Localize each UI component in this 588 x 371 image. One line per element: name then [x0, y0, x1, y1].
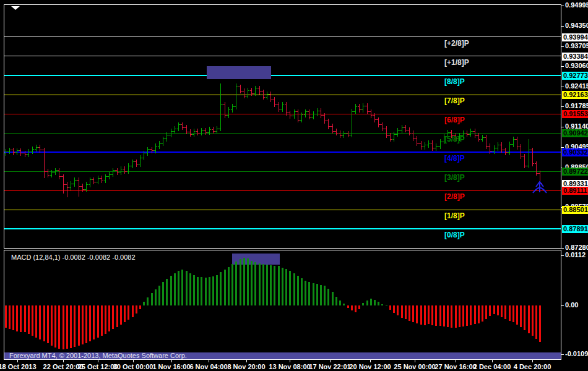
macd-bar: [313, 283, 314, 305]
macd-bar: [220, 272, 222, 305]
macd-bar: [439, 305, 441, 326]
time-tick-mark: [330, 360, 331, 362]
ohlc-bar: [89, 177, 92, 187]
price-tick-mark: [561, 26, 564, 27]
macd-bar: [327, 289, 329, 305]
macd-bar: [155, 289, 157, 305]
ohlc-bar: [388, 133, 392, 142]
macd-bar: [485, 305, 487, 319]
ohlc-bar: [465, 130, 469, 137]
main-chart-pane[interactable]: [+2/8]P[+1/8]P[8/8]P[7/8]P[6/8]P[5/8]P[4…: [4, 4, 561, 249]
ohlc-bar: [231, 104, 235, 112]
macd-bar: [405, 305, 407, 319]
ohlc-bar: [358, 104, 361, 112]
macd-bar: [143, 302, 145, 305]
ohlc-bar: [65, 182, 69, 197]
ohlc-bar: [407, 127, 411, 135]
ohlc-bar: [181, 122, 184, 130]
macd-bar: [139, 305, 141, 309]
ohlc-bar: [419, 141, 423, 149]
macd-bar: [39, 305, 41, 339]
macd-bar: [147, 297, 149, 305]
time-tick-mark: [492, 360, 493, 362]
ohlc-bar: [235, 83, 238, 109]
macd-bar: [351, 305, 353, 310]
macd-bar: [478, 305, 480, 323]
ohlc-bar: [404, 125, 407, 132]
price-badge: 0.92773: [562, 72, 588, 80]
ohlc-bar: [477, 133, 480, 142]
macd-bar: [47, 305, 49, 343]
macd-bar: [16, 305, 18, 331]
macd-bar: [43, 305, 45, 341]
ohlc-bar: [311, 111, 315, 119]
ohlc-bar: [377, 117, 381, 127]
time-tick-mark: [63, 360, 64, 362]
macd-bar: [528, 305, 530, 333]
macd-bar: [266, 265, 268, 305]
ohlc-bar: [273, 97, 277, 107]
macd-bar: [105, 305, 106, 334]
macd-bar: [51, 305, 53, 346]
macd-indicator-pane[interactable]: MACD (12,84,1) -0.0082 -0.0082 -0.0082 F…: [4, 250, 561, 360]
price-tick-label: 0.92415: [565, 82, 588, 90]
macd-bar: [136, 305, 137, 313]
ohlc-bar: [162, 137, 165, 147]
macd-bar: [282, 268, 283, 305]
macd-bar: [178, 271, 179, 305]
macd-bar: [201, 277, 202, 305]
ohlc-bar: [339, 130, 342, 138]
macd-bar: [158, 286, 160, 305]
macd-bar: [285, 269, 287, 305]
time-tick-label: 1 Nov 16:00: [152, 363, 190, 370]
ohlc-bar: [327, 119, 331, 129]
ohlc-bar: [523, 154, 527, 168]
macd-bar: [89, 305, 91, 341]
macd-bar: [262, 264, 264, 305]
macd-bar: [97, 305, 99, 338]
time-tick-mark: [290, 360, 290, 362]
ohlc-bar: [35, 145, 38, 151]
ohlc-bar: [215, 126, 219, 134]
macd-bar: [532, 305, 534, 336]
ohlc-bar: [200, 128, 204, 135]
ohlc-bar: [280, 102, 284, 112]
ohlc-bar: [485, 135, 488, 148]
ohlc-bar: [373, 113, 377, 122]
price-badge: 0.93994: [562, 33, 588, 41]
ohlc-bar: [46, 169, 50, 177]
price-axis[interactable]: 0.949950.943500.937050.930600.924150.917…: [561, 0, 588, 371]
macd-bar: [66, 305, 68, 349]
ohlc-bar: [111, 168, 115, 177]
price-badge: 0.89111: [562, 187, 588, 195]
macd-bar: [70, 305, 72, 348]
macd-bar: [381, 304, 383, 305]
murrey-level-label: [8/8]P: [444, 77, 465, 86]
ohlc-bar: [381, 122, 384, 131]
time-tick-label: 13 Nov 08:00: [269, 363, 310, 370]
ohlc-bar: [415, 136, 419, 146]
time-tick-mark: [532, 360, 533, 362]
ohlc-bar: [334, 129, 338, 135]
ohlc-bar: [530, 148, 534, 166]
ohlc-bar: [96, 176, 100, 184]
ohlc-bar: [204, 128, 207, 135]
macd-bar: [462, 305, 464, 326]
macd-bar: [228, 267, 230, 305]
time-axis[interactable]: 18 Oct 201322 Oct 20:0025 Oct 12:0030 Oc…: [0, 360, 588, 371]
price-tick-label: 0.94995: [565, 1, 588, 9]
murrey-level-label: [+2/8]P: [444, 39, 469, 48]
ohlc-bar: [223, 102, 227, 118]
macd-bar: [12, 305, 14, 330]
time-tick-mark: [456, 360, 456, 362]
ohlc-bar: [242, 88, 246, 98]
macd-bar: [189, 273, 191, 305]
price-tick-label: 0.93060: [565, 62, 588, 69]
macd-bar: [386, 305, 387, 305]
ohlc-bar: [123, 166, 127, 174]
price-tick-mark: [561, 127, 564, 127]
ohlc-bar: [527, 139, 530, 168]
ohlc-bar: [535, 161, 538, 176]
macd-bar: [247, 258, 249, 305]
ohlc-bar: [481, 135, 485, 142]
